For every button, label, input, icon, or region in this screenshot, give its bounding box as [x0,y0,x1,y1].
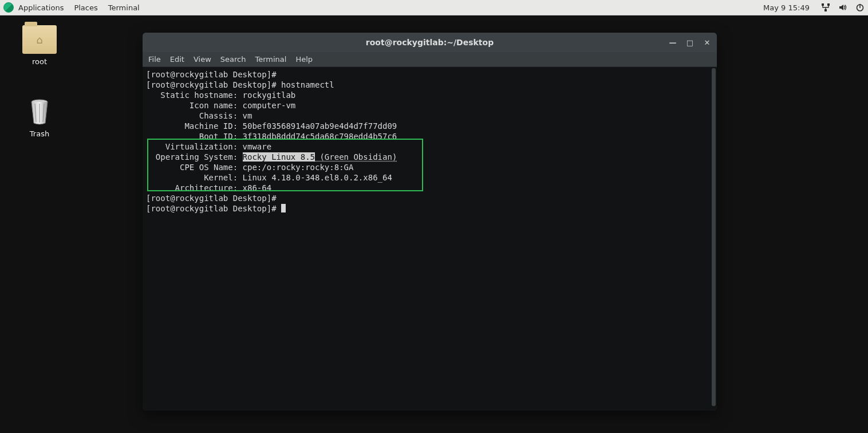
desktop-icon-root[interactable]: ⌂ root [14,25,65,66]
folder-icon: ⌂ [22,25,57,54]
menu-help[interactable]: Help [295,55,313,64]
close-button[interactable]: ✕ [702,37,712,48]
menu-view[interactable]: View [194,55,211,64]
output-line: Machine ID: 50bef03568914a07ab9e4d4d7f77… [146,121,397,131]
trash-icon [22,97,57,126]
applications-menu[interactable]: Applications [18,3,64,12]
scrollbar[interactable] [712,68,716,406]
panel-menu: Applications Places Terminal [18,3,140,12]
output-line: Static hostname: rockygitlab [146,90,295,100]
panel-tray: May 9 15:49 [763,3,865,12]
command-text: hostnamectl [281,80,334,89]
desktop-icon-label: root [14,57,65,66]
power-icon[interactable] [855,3,865,12]
output-line: Chassis: vm [146,111,252,120]
window-title: root@rockygitlab:~/Desktop [366,38,494,47]
menu-terminal[interactable]: Terminal [255,55,286,64]
output-line: Boot ID: 3f318db8ddd74c5da68c798edd4b57c… [146,132,397,141]
svg-rect-1 [827,3,830,6]
distro-logo-icon [3,2,14,13]
output-line: Kernel: Linux 4.18.0-348.el8.0.2.x86_64 [146,173,392,182]
menu-edit[interactable]: Edit [170,55,184,64]
menu-file[interactable]: File [148,55,161,64]
terminal-menu[interactable]: Terminal [108,3,140,12]
highlighted-text: Rocky Linux 8.5 [243,152,315,162]
top-panel: Applications Places Terminal May 9 15:49 [0,0,868,15]
places-menu[interactable]: Places [74,3,97,12]
prompt: [root@rockygitlab Desktop]# [146,80,281,89]
svg-rect-0 [822,3,824,6]
volume-icon[interactable] [838,3,847,12]
output-line: Operating System: [146,152,243,162]
home-icon: ⌂ [36,34,42,46]
output-line: Icon name: computer-vm [146,101,295,110]
network-icon[interactable] [821,3,830,12]
prompt: [root@rockygitlab Desktop]# [146,70,277,79]
output-line: CPE OS Name: cpe:/o:rocky:rocky:8:GA [146,163,353,172]
clock[interactable]: May 9 15:49 [763,3,810,12]
terminal-menubar: File Edit View Search Terminal Help [143,52,717,67]
desktop-icon-trash[interactable]: Trash [14,97,65,138]
output-line: Virtualization: vmware [146,142,271,151]
menu-search[interactable]: Search [220,55,246,64]
output-line: Architecture: x86-64 [146,183,271,192]
maximize-button[interactable]: □ [685,37,695,48]
prompt: [root@rockygitlab Desktop]# [146,204,281,213]
cursor [281,204,286,212]
window-titlebar[interactable]: root@rockygitlab:~/Desktop — □ ✕ [143,33,717,52]
prompt: [root@rockygitlab Desktop]# [146,194,277,203]
terminal-window: root@rockygitlab:~/Desktop — □ ✕ File Ed… [143,33,717,411]
minimize-button[interactable]: — [668,37,678,48]
terminal-body[interactable]: [root@rockygitlab Desktop]# [root@rockyg… [143,67,717,411]
svg-rect-2 [824,9,827,11]
output-line: (Green Obsidian) [315,152,397,162]
desktop-icon-label: Trash [14,129,65,138]
